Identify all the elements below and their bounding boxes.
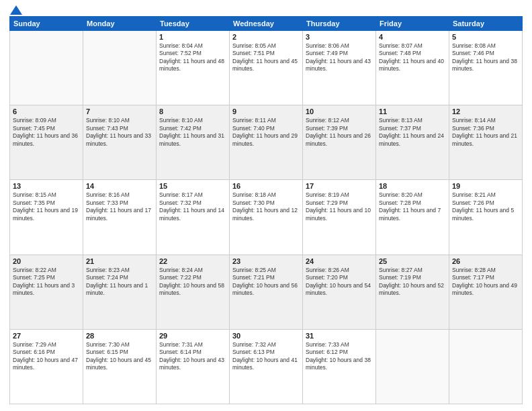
calendar-cell: 29Sunrise: 7:31 AM Sunset: 6:14 PM Dayli… (157, 329, 230, 404)
day-info: Sunrise: 8:12 AM Sunset: 7:39 PM Dayligh… (306, 117, 373, 148)
calendar-cell (376, 329, 449, 404)
header (9, 7, 523, 12)
day-number: 12 (452, 107, 519, 116)
header-tuesday: Tuesday (157, 17, 230, 31)
day-info: Sunrise: 8:19 AM Sunset: 7:29 PM Dayligh… (306, 191, 373, 222)
calendar-cell: 9Sunrise: 8:11 AM Sunset: 7:40 PM Daylig… (230, 105, 303, 180)
day-info: Sunrise: 8:10 AM Sunset: 7:43 PM Dayligh… (86, 117, 153, 148)
calendar-cell: 21Sunrise: 8:23 AM Sunset: 7:24 PM Dayli… (83, 255, 157, 329)
header-monday: Monday (83, 17, 157, 31)
calendar-cell: 24Sunrise: 8:26 AM Sunset: 7:20 PM Dayli… (303, 255, 376, 329)
day-number: 1 (159, 33, 226, 41)
day-info: Sunrise: 8:14 AM Sunset: 7:36 PM Dayligh… (452, 117, 519, 148)
calendar-cell: 22Sunrise: 8:24 AM Sunset: 7:22 PM Dayli… (157, 255, 230, 329)
header-wednesday: Wednesday (230, 17, 303, 31)
day-number: 3 (306, 33, 373, 41)
calendar-row-1: 6Sunrise: 8:09 AM Sunset: 7:45 PM Daylig… (10, 105, 523, 180)
calendar-cell: 31Sunrise: 7:33 AM Sunset: 6:12 PM Dayli… (303, 329, 376, 404)
calendar-cell: 15Sunrise: 8:17 AM Sunset: 7:32 PM Dayli… (157, 180, 230, 255)
calendar-header-row: SundayMondayTuesdayWednesdayThursdayFrid… (10, 17, 523, 31)
calendar-cell: 11Sunrise: 8:13 AM Sunset: 7:37 PM Dayli… (376, 105, 449, 180)
header-saturday: Saturday (449, 17, 523, 31)
day-number: 16 (232, 182, 300, 190)
day-number: 31 (306, 332, 373, 340)
header-thursday: Thursday (303, 17, 376, 31)
day-info: Sunrise: 8:15 AM Sunset: 7:35 PM Dayligh… (13, 191, 80, 222)
calendar-cell: 25Sunrise: 8:27 AM Sunset: 7:19 PM Dayli… (376, 255, 449, 329)
calendar-cell: 19Sunrise: 8:21 AM Sunset: 7:26 PM Dayli… (449, 180, 523, 255)
day-info: Sunrise: 8:09 AM Sunset: 7:45 PM Dayligh… (13, 117, 80, 148)
day-number: 9 (232, 107, 300, 116)
day-number: 15 (159, 182, 226, 190)
header-sunday: Sunday (10, 17, 83, 31)
day-info: Sunrise: 8:26 AM Sunset: 7:20 PM Dayligh… (306, 267, 373, 298)
calendar-cell: 1Sunrise: 8:04 AM Sunset: 7:52 PM Daylig… (157, 31, 230, 105)
calendar-cell: 30Sunrise: 7:32 AM Sunset: 6:13 PM Dayli… (230, 329, 303, 404)
calendar-cell: 10Sunrise: 8:12 AM Sunset: 7:39 PM Dayli… (303, 105, 376, 180)
calendar-cell: 28Sunrise: 7:30 AM Sunset: 6:15 PM Dayli… (83, 329, 157, 404)
logo (9, 7, 22, 12)
calendar-row-0: 1Sunrise: 8:04 AM Sunset: 7:52 PM Daylig… (10, 31, 523, 105)
svg-marker-0 (10, 5, 22, 15)
day-number: 5 (452, 33, 519, 41)
calendar-cell: 14Sunrise: 8:16 AM Sunset: 7:33 PM Dayli… (83, 180, 157, 255)
day-info: Sunrise: 7:31 AM Sunset: 6:14 PM Dayligh… (159, 341, 226, 372)
calendar-cell (83, 31, 157, 105)
day-number: 24 (306, 257, 373, 265)
calendar-cell: 6Sunrise: 8:09 AM Sunset: 7:45 PM Daylig… (10, 105, 83, 180)
calendar-table: SundayMondayTuesdayWednesdayThursdayFrid… (9, 16, 523, 404)
day-info: Sunrise: 8:25 AM Sunset: 7:21 PM Dayligh… (232, 267, 300, 298)
day-info: Sunrise: 8:22 AM Sunset: 7:25 PM Dayligh… (13, 267, 80, 298)
day-info: Sunrise: 8:28 AM Sunset: 7:17 PM Dayligh… (452, 267, 519, 298)
day-info: Sunrise: 8:23 AM Sunset: 7:24 PM Dayligh… (86, 267, 153, 298)
day-number: 20 (13, 257, 80, 265)
calendar-cell: 26Sunrise: 8:28 AM Sunset: 7:17 PM Dayli… (449, 255, 523, 329)
calendar-cell (10, 31, 83, 105)
calendar-cell: 13Sunrise: 8:15 AM Sunset: 7:35 PM Dayli… (10, 180, 83, 255)
day-info: Sunrise: 8:13 AM Sunset: 7:37 PM Dayligh… (379, 117, 446, 148)
day-info: Sunrise: 7:33 AM Sunset: 6:12 PM Dayligh… (306, 341, 373, 372)
header-friday: Friday (376, 17, 449, 31)
day-info: Sunrise: 8:04 AM Sunset: 7:52 PM Dayligh… (159, 42, 226, 73)
calendar-cell: 17Sunrise: 8:19 AM Sunset: 7:29 PM Dayli… (303, 180, 376, 255)
calendar-row-2: 13Sunrise: 8:15 AM Sunset: 7:35 PM Dayli… (10, 180, 523, 255)
calendar-cell: 4Sunrise: 8:07 AM Sunset: 7:48 PM Daylig… (376, 31, 449, 105)
calendar-cell: 16Sunrise: 8:18 AM Sunset: 7:30 PM Dayli… (230, 180, 303, 255)
calendar-cell: 3Sunrise: 8:06 AM Sunset: 7:49 PM Daylig… (303, 31, 376, 105)
calendar-cell: 23Sunrise: 8:25 AM Sunset: 7:21 PM Dayli… (230, 255, 303, 329)
day-info: Sunrise: 8:21 AM Sunset: 7:26 PM Dayligh… (452, 191, 519, 222)
day-info: Sunrise: 8:10 AM Sunset: 7:42 PM Dayligh… (159, 117, 226, 148)
day-number: 27 (13, 332, 80, 340)
calendar-cell: 2Sunrise: 8:05 AM Sunset: 7:51 PM Daylig… (230, 31, 303, 105)
calendar-cell: 8Sunrise: 8:10 AM Sunset: 7:42 PM Daylig… (157, 105, 230, 180)
day-number: 7 (86, 107, 153, 116)
day-number: 26 (452, 257, 519, 265)
logo-icon (10, 5, 22, 15)
day-info: Sunrise: 8:20 AM Sunset: 7:28 PM Dayligh… (379, 191, 446, 222)
day-number: 23 (232, 257, 300, 265)
day-number: 10 (306, 107, 373, 116)
page: SundayMondayTuesdayWednesdayThursdayFrid… (0, 0, 532, 411)
day-number: 29 (159, 332, 226, 340)
calendar-cell: 7Sunrise: 8:10 AM Sunset: 7:43 PM Daylig… (83, 105, 157, 180)
day-info: Sunrise: 8:16 AM Sunset: 7:33 PM Dayligh… (86, 191, 153, 222)
day-number: 4 (379, 33, 446, 41)
day-number: 11 (379, 107, 446, 116)
day-number: 6 (13, 107, 80, 116)
day-number: 21 (86, 257, 153, 265)
day-number: 2 (232, 33, 300, 41)
day-number: 8 (159, 107, 226, 116)
day-info: Sunrise: 7:29 AM Sunset: 6:16 PM Dayligh… (13, 341, 80, 372)
day-info: Sunrise: 8:11 AM Sunset: 7:40 PM Dayligh… (232, 117, 300, 148)
calendar-cell: 5Sunrise: 8:08 AM Sunset: 7:46 PM Daylig… (449, 31, 523, 105)
day-number: 18 (379, 182, 446, 190)
calendar-row-3: 20Sunrise: 8:22 AM Sunset: 7:25 PM Dayli… (10, 255, 523, 329)
calendar-cell (449, 329, 523, 404)
day-number: 28 (86, 332, 153, 340)
calendar-cell: 27Sunrise: 7:29 AM Sunset: 6:16 PM Dayli… (10, 329, 83, 404)
day-number: 14 (86, 182, 153, 190)
day-info: Sunrise: 8:06 AM Sunset: 7:49 PM Dayligh… (306, 42, 373, 73)
calendar-cell: 18Sunrise: 8:20 AM Sunset: 7:28 PM Dayli… (376, 180, 449, 255)
day-number: 17 (306, 182, 373, 190)
day-number: 30 (232, 332, 300, 340)
